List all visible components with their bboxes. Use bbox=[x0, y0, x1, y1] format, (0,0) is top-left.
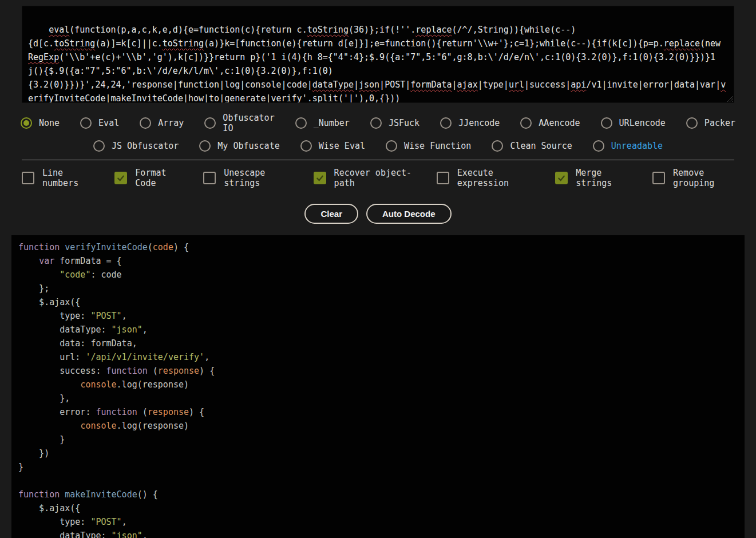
output-editor[interactable]: function verifyInviteCode(code) { var fo… bbox=[11, 235, 745, 538]
checkbox-icon bbox=[22, 172, 34, 184]
radio-packer[interactable]: Packer bbox=[686, 117, 735, 129]
radio-eval[interactable]: Eval bbox=[80, 117, 119, 129]
radio-jsfuck[interactable]: JSFuck bbox=[370, 117, 419, 129]
radio-jjencode[interactable]: JJencode bbox=[440, 117, 500, 129]
radio-label: Obfuscator IO bbox=[223, 113, 274, 133]
radio-label: Array bbox=[158, 118, 184, 128]
radio-urlencode[interactable]: URLencode bbox=[601, 117, 666, 129]
radio-icon bbox=[93, 140, 105, 152]
checkbox-label: Line numbers bbox=[42, 168, 90, 188]
resize-handle[interactable] bbox=[726, 94, 733, 102]
auto-decode-button[interactable]: Auto Decode bbox=[366, 204, 452, 224]
checkbox-unescape-strings[interactable]: Unescape strings bbox=[203, 168, 289, 188]
checkbox-icon bbox=[652, 172, 665, 184]
checkbox-icon bbox=[203, 172, 216, 184]
radio-number[interactable]: _Number bbox=[295, 117, 350, 129]
checkbox-icon bbox=[555, 172, 568, 184]
radio-array[interactable]: Array bbox=[140, 117, 184, 129]
radio-label: My Obfuscate bbox=[217, 141, 279, 151]
radio-icon bbox=[80, 117, 92, 129]
checkbox-label: Merge strings bbox=[576, 168, 628, 188]
code-line: console.log(response) bbox=[18, 419, 738, 433]
checkbox-icon bbox=[437, 172, 449, 184]
decoder-panel: eval(function(p,a,c,k,e,d){e=function(c)… bbox=[0, 0, 756, 188]
radio-unreadable[interactable]: Unreadable bbox=[593, 140, 663, 152]
radio-icon bbox=[492, 140, 503, 152]
radio-icon bbox=[593, 140, 604, 152]
code-line: } bbox=[18, 433, 738, 446]
code-line: $.ajax({ bbox=[18, 501, 738, 515]
radio-icon bbox=[520, 117, 532, 129]
code-line bbox=[18, 474, 738, 488]
checkbox-icon bbox=[314, 172, 326, 184]
radio-icon bbox=[386, 140, 397, 152]
radio-icon bbox=[295, 117, 307, 129]
code-line: }, bbox=[18, 391, 738, 405]
radio-icon bbox=[140, 117, 151, 129]
decoder-radio-group-row1: NoneEvalArrayObfuscator IO_NumberJSFuckJ… bbox=[22, 113, 734, 133]
code-line: function makeInviteCode() { bbox=[18, 488, 738, 501]
radio-obfuscator-io[interactable]: Obfuscator IO bbox=[204, 113, 274, 133]
checkbox-merge-strings[interactable]: Merge strings bbox=[555, 168, 628, 188]
checkbox-remove-grouping[interactable]: Remove grouping bbox=[652, 168, 734, 188]
code-line: $.ajax({ bbox=[18, 295, 738, 309]
input-code-text: eval(function(p,a,c,k,e,d){e=function(c)… bbox=[28, 25, 726, 103]
radio-label: Clean Source bbox=[510, 141, 572, 151]
radio-label: URLencode bbox=[619, 118, 666, 128]
checkbox-label: Format Code bbox=[135, 168, 179, 188]
radio-icon bbox=[601, 117, 612, 129]
radio-label: _Number bbox=[314, 118, 350, 128]
radio-label: Packer bbox=[704, 118, 735, 128]
code-line: }; bbox=[18, 282, 738, 295]
checkbox-icon bbox=[114, 172, 127, 184]
checkmark-icon bbox=[315, 173, 324, 183]
radio-icon bbox=[686, 117, 698, 129]
radio-icon bbox=[300, 140, 312, 152]
code-line: data: formData, bbox=[18, 337, 738, 350]
radio-clean-source[interactable]: Clean Source bbox=[492, 140, 572, 152]
code-line: url: '/api/v1/invite/verify', bbox=[18, 350, 738, 364]
radio-my-obfuscate[interactable]: My Obfuscate bbox=[199, 140, 279, 152]
input-textarea[interactable]: eval(function(p,a,c,k,e,d){e=function(c)… bbox=[22, 6, 734, 103]
code-line: type: "POST", bbox=[18, 309, 738, 323]
checkbox-label: Unescape strings bbox=[224, 168, 289, 188]
radio-wise-function[interactable]: Wise Function bbox=[386, 140, 471, 152]
checkbox-recover-object-path[interactable]: Recover object-path bbox=[314, 168, 413, 188]
radio-label: JS Obfuscator bbox=[112, 141, 179, 151]
output-code: function verifyInviteCode(code) { var fo… bbox=[18, 240, 738, 538]
clear-button[interactable]: Clear bbox=[304, 204, 358, 224]
radio-js-obfuscator[interactable]: JS Obfuscator bbox=[93, 140, 179, 152]
radio-icon bbox=[21, 117, 32, 129]
checkbox-format-code[interactable]: Format Code bbox=[114, 168, 179, 188]
radio-label: Eval bbox=[98, 118, 119, 128]
radio-label: AAencode bbox=[539, 118, 580, 128]
code-line: "code": code bbox=[18, 268, 738, 282]
code-line: success: function (response) { bbox=[18, 364, 738, 378]
code-line: error: function (response) { bbox=[18, 405, 738, 419]
radio-icon bbox=[199, 140, 211, 152]
code-line: console.log(response) bbox=[18, 378, 738, 391]
code-line: } bbox=[18, 460, 738, 474]
radio-label: None bbox=[39, 118, 60, 128]
checkbox-label: Recover object-path bbox=[334, 168, 413, 188]
code-line: dataType: "json", bbox=[18, 323, 738, 337]
radio-aaencode[interactable]: AAencode bbox=[520, 117, 580, 129]
radio-label: Wise Function bbox=[404, 141, 471, 151]
radio-icon bbox=[440, 117, 452, 129]
checkbox-label: Execute expression bbox=[457, 168, 532, 188]
radio-wise-eval[interactable]: Wise Eval bbox=[300, 140, 365, 152]
code-line: }) bbox=[18, 446, 738, 460]
radio-label: Unreadable bbox=[611, 141, 663, 151]
code-line: function verifyInviteCode(code) { bbox=[18, 240, 738, 254]
radio-label: JSFuck bbox=[389, 118, 419, 128]
radio-none[interactable]: None bbox=[21, 117, 60, 129]
checkbox-label: Remove grouping bbox=[673, 168, 734, 188]
decoder-radio-group-row2: JS ObfuscatorMy ObfuscateWise EvalWise F… bbox=[22, 140, 734, 152]
code-line: var formData = { bbox=[18, 254, 738, 268]
radio-label: JJencode bbox=[458, 118, 500, 128]
checkbox-line-numbers[interactable]: Line numbers bbox=[22, 168, 90, 188]
radio-icon bbox=[204, 117, 216, 129]
radio-icon bbox=[370, 117, 382, 129]
checkmark-icon bbox=[116, 173, 125, 183]
checkbox-execute-expression[interactable]: Execute expression bbox=[437, 168, 532, 188]
